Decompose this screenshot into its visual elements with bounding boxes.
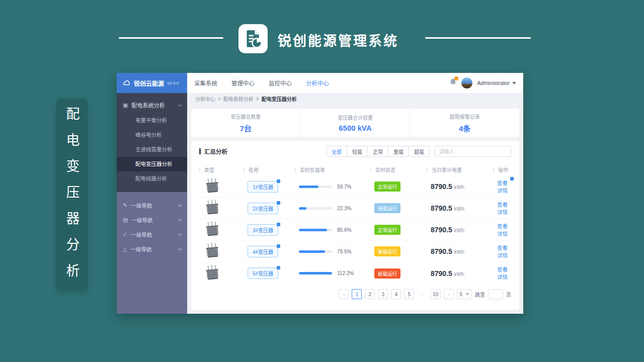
avatar[interactable] <box>461 77 472 88</box>
sidebar-item-peak-valley[interactable]: 峰谷电分析 <box>117 128 187 142</box>
tag-icon <box>277 223 280 226</box>
energy-cell: 8790.5 kWh <box>427 269 493 278</box>
sidebar-item-main-line-demand[interactable]: 主进线需量分析 <box>117 142 187 157</box>
transformer-name-badge[interactable]: 4#变压器 <box>248 246 278 257</box>
tag-icon <box>277 244 280 248</box>
vertical-banner: 配电变压器分析 <box>56 99 88 290</box>
status-cell: 超载运行 <box>370 268 427 279</box>
action-cell: 查看详情 <box>493 201 511 216</box>
filter-toolbar: 全部 轻载 正常 重载 超载 <box>326 146 511 157</box>
chevron-down-icon <box>178 203 182 207</box>
col-load-rate: 实时负载率 <box>295 167 370 173</box>
sidebar-nav-group-2[interactable]: ▤ 一级导航 <box>117 213 187 227</box>
jump-page-input[interactable] <box>488 289 503 299</box>
page-title: 锐创能源管理系统 <box>278 30 398 50</box>
col-energy: 当日累计电量 <box>427 167 493 173</box>
filter-heavy-load-button[interactable]: 重载 <box>388 146 409 157</box>
stat-label: 超限报警记录 <box>450 113 480 120</box>
breadcrumb-item[interactable]: 分析中心 <box>195 95 215 103</box>
view-details-link[interactable]: 查看详情 <box>497 201 511 216</box>
check-circle-icon: ✓ <box>123 231 127 238</box>
page-button-1[interactable]: 1 <box>352 289 362 299</box>
transformer-image <box>203 264 221 281</box>
transformer-name-cell: 4#变压器 <box>244 246 295 257</box>
nav-item-collection[interactable]: 采集系统 <box>194 79 217 87</box>
nav-item-monitoring[interactable]: 监控中心 <box>269 79 292 87</box>
chevron-down-icon <box>465 293 469 296</box>
chevron-down-icon <box>512 82 516 84</box>
energy-cell: 8790.5 kWh <box>427 226 493 234</box>
search-icon[interactable] <box>506 149 507 154</box>
notification-bell-icon[interactable] <box>449 78 457 88</box>
view-details-link[interactable]: 查看详情 <box>497 244 511 259</box>
document-chart-icon <box>238 24 268 53</box>
page-button-2[interactable]: 2 <box>365 289 375 299</box>
filter-normal-button[interactable]: 正常 <box>368 146 388 157</box>
page-button-3[interactable]: 3 <box>378 289 388 299</box>
transformer-image <box>203 177 221 194</box>
sidebar-item-power-balance[interactable]: 电量平衡分析 <box>117 113 187 128</box>
vertical-banner-text: 配电变压器分析 <box>62 107 82 290</box>
search-input[interactable] <box>439 149 506 154</box>
transformer-name-badge[interactable]: 3#变压器 <box>248 224 278 236</box>
transformer-type-cell <box>199 177 244 196</box>
view-details-link[interactable]: 查看详情 <box>497 265 511 281</box>
sidebar-item-transformer-analysis[interactable]: 配电变压器分析 <box>117 157 187 171</box>
header-divider-right <box>425 37 531 39</box>
energy-value: 8790.5 <box>431 204 452 212</box>
stat-total-capacity: 变压器合计容量 6500 kVA <box>300 109 410 137</box>
transformer-name-badge[interactable]: 2#变压器 <box>248 203 278 214</box>
filter-overload-button[interactable]: 超载 <box>409 146 430 157</box>
load-rate-cell: 112.2% <box>295 270 370 276</box>
sidebar-group-distribution: ▣ 配电系统分析 电量平衡分析 峰谷电分析 主进线需量分析 配电变压器分析 配电… <box>117 93 187 192</box>
edit-icon: ✎ <box>123 202 127 209</box>
page-button-5[interactable]: 5 <box>404 289 414 299</box>
page-size-select[interactable]: 5 <box>457 289 472 299</box>
status-cell: 重载运行 <box>370 246 427 256</box>
chevron-down-icon <box>178 103 182 106</box>
col-name: 名称 <box>244 167 295 173</box>
page-button-10[interactable]: 10 <box>430 289 441 299</box>
filter-light-load-button[interactable]: 轻载 <box>347 146 368 157</box>
transformer-name-badge[interactable]: 1#变压器 <box>248 181 278 193</box>
view-details-link[interactable]: 查看详情 <box>497 179 511 194</box>
load-percent-label: 79.5% <box>337 249 351 254</box>
nav-item-analysis[interactable]: 分析中心 <box>306 79 329 87</box>
transformer-image <box>203 221 221 237</box>
sidebar-nav-group-4[interactable]: △ 一级导航 <box>117 242 187 256</box>
breadcrumb-item[interactable]: 配电系统分析 <box>223 95 254 103</box>
topbar-right: Administrator <box>449 77 516 88</box>
user-menu[interactable]: Administrator <box>477 80 516 86</box>
page-ellipsis: ··· <box>417 289 427 299</box>
pagination: ‹ 1 2 3 4 5 ··· 10 › 5 跳至 页 <box>199 289 511 299</box>
load-progress-fill <box>299 272 332 275</box>
chevron-down-icon <box>178 247 182 250</box>
status-badge: 正常运行 <box>374 225 400 235</box>
prev-page-button[interactable]: ‹ <box>339 289 349 299</box>
panel-title-text: 汇总分析 <box>204 147 227 155</box>
next-page-button[interactable]: › <box>444 289 454 299</box>
col-type: 类型 <box>199 167 244 173</box>
page-button-4[interactable]: 4 <box>391 289 401 299</box>
status-cell: 正常运行 <box>370 225 427 235</box>
action-cell: 查看详情 <box>493 244 511 259</box>
status-cell: 轻载运行 <box>370 203 427 213</box>
load-progress-fill <box>299 207 306 210</box>
sidebar-nav-group-3[interactable]: ✓ 一级导航 <box>117 227 187 242</box>
sidebar-item-line-analysis[interactable]: 配电线路分析 <box>117 171 187 186</box>
nav-item-management[interactable]: 管理中心 <box>231 79 255 87</box>
energy-unit: kWh <box>454 185 464 190</box>
warning-icon: △ <box>123 246 127 252</box>
load-rate-cell: 85.6% <box>295 227 370 233</box>
breadcrumb: 分析中心 > 配电系统分析 > 配电变压器分析 <box>187 93 523 105</box>
energy-cell: 8790.5 kWh <box>427 204 493 212</box>
filter-all-button[interactable]: 全部 <box>326 146 347 157</box>
energy-cell: 8790.5 kWh <box>427 247 493 255</box>
load-percent-label: 85.6% <box>337 227 351 233</box>
view-details-link[interactable]: 查看详情 <box>497 222 511 237</box>
transformer-name-badge[interactable]: 5#变压器 <box>248 267 278 279</box>
transformer-type-cell <box>199 242 244 260</box>
energy-value: 8790.5 <box>431 183 452 191</box>
sidebar-item-distribution-analysis[interactable]: ▣ 配电系统分析 <box>117 97 187 113</box>
sidebar-nav-group-1[interactable]: ✎ 一级导航 <box>117 198 187 213</box>
